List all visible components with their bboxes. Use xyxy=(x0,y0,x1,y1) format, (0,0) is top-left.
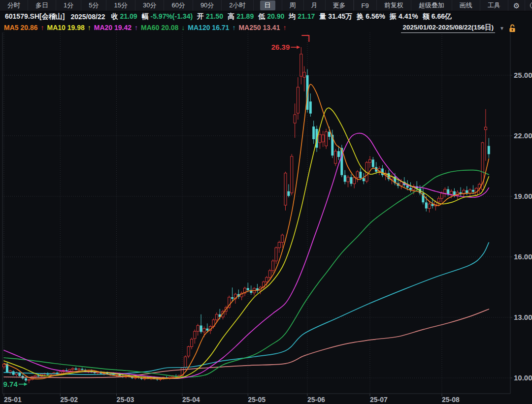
toolbar-button-label: 工具 xyxy=(487,0,501,10)
ma-trend-arrow: ↑ xyxy=(232,24,235,31)
quote-field: 换6.56% xyxy=(357,12,385,21)
toolbar-button[interactable]: 超级叠加 xyxy=(411,0,452,11)
toolbar-button-label: 前复权 xyxy=(383,0,404,10)
quote-field-value: 31.45万 xyxy=(328,12,352,21)
tab-label: 2小时 xyxy=(228,0,246,10)
quote-fields: 收21.09幅-5.97%(-1.34)开21.50高21.89低20.90均2… xyxy=(111,12,456,21)
tab-period[interactable]: 更多 xyxy=(326,0,354,11)
tab-label: 月 xyxy=(310,0,319,10)
tab-label: 分时 xyxy=(6,0,21,10)
quote-field-value: -5.97%(-1.34) xyxy=(151,12,193,21)
toolbar-button-label: 画线 xyxy=(459,0,473,10)
tab-label: 60分 xyxy=(170,0,186,10)
ma-trend-arrow: ↑ xyxy=(88,24,91,31)
quote-field-label: 换 xyxy=(357,12,364,21)
date-range-control: 2025/01/02-2025/08/22(156日) ▼ xyxy=(401,23,516,33)
tab-period[interactable]: 分时 xyxy=(0,0,28,11)
quote-field: 量31.45万 xyxy=(319,12,352,21)
date-range-text[interactable]: 2025/01/02-2025/08/22(156日) xyxy=(401,23,495,33)
ma-trend-arrow: ↓ xyxy=(181,24,185,31)
quote-field-label: 幅 xyxy=(142,12,149,21)
svg-text:25-02: 25-02 xyxy=(60,396,78,404)
ma-trend-arrow: ↑ xyxy=(283,24,286,31)
quote-field-label: 量 xyxy=(319,12,326,21)
quote-field-value: 4.41% xyxy=(399,12,418,21)
toolbar-button-label: F9 xyxy=(361,1,370,10)
svg-text:10.00: 10.00 xyxy=(514,373,532,382)
symbol-name: 601579.SH[会稽山] xyxy=(5,12,65,21)
quote-field: 幅-5.97%(-1.34) xyxy=(142,12,193,21)
toolbar-button[interactable]: 工具 xyxy=(480,0,508,11)
help-icon: ? xyxy=(530,2,532,9)
trading-app-window: { "tabbar": { "tabs": [ {"label":"分时","a… xyxy=(0,0,532,404)
tab-label: 90分 xyxy=(200,0,215,10)
svg-text:25-03: 25-03 xyxy=(117,396,134,404)
quote-field-value: 21.17 xyxy=(298,12,315,21)
quote-field-value: 21.09 xyxy=(120,12,137,21)
period-tabs: 分时多日1分5分15分30分60分90分2小时日周月更多 xyxy=(0,0,354,11)
svg-text:25-05: 25-05 xyxy=(248,396,266,404)
tab-period[interactable]: 月 xyxy=(304,0,326,11)
toolbar-button-label: 超级叠加 xyxy=(418,0,445,10)
tab-period[interactable]: 30分 xyxy=(135,0,164,11)
quote-field-value: 6.66亿 xyxy=(432,12,452,21)
quote-field-label: 低 xyxy=(258,12,265,21)
svg-text:25.00: 25.00 xyxy=(514,71,532,79)
tab-label: 日 xyxy=(260,0,275,10)
quote-field: 高21.89 xyxy=(228,12,254,21)
svg-text:25-06: 25-06 xyxy=(307,396,325,404)
quote-infobar: 601579.SH[会稽山] 2025/08/22 收21.09幅-5.97%(… xyxy=(0,11,532,22)
gear-icon: ⚙ xyxy=(513,2,520,9)
quote-field-value: 6.56% xyxy=(366,12,385,21)
tab-period[interactable]: 5分 xyxy=(81,0,106,11)
ma-items: MA5 20.86↑MA10 19.98↑MA20 19.42↑MA60 20.… xyxy=(4,24,289,31)
quote-field: 额6.66亿 xyxy=(423,12,452,21)
svg-text:25-04: 25-04 xyxy=(182,396,200,404)
quote-field-label: 额 xyxy=(423,12,430,21)
tab-period[interactable]: 90分 xyxy=(193,0,222,11)
svg-text:13.00: 13.00 xyxy=(514,313,532,321)
tab-period[interactable]: 60分 xyxy=(164,0,193,11)
quote-field-label: 收 xyxy=(111,12,118,21)
tab-label: 5分 xyxy=(88,0,100,10)
quote-field-label: 高 xyxy=(228,12,234,21)
tab-label: 周 xyxy=(289,0,297,10)
toolbar-button[interactable]: F9 xyxy=(354,0,377,11)
quote-field-value: 21.50 xyxy=(206,12,223,21)
ma-trend-arrow: ↑ xyxy=(40,24,44,31)
tab-period[interactable]: 1分 xyxy=(56,0,81,11)
tab-label: 多日 xyxy=(34,0,49,10)
svg-text:25-01: 25-01 xyxy=(4,396,22,404)
tab-period[interactable]: 多日 xyxy=(28,0,56,11)
quote-field-label: 均 xyxy=(289,12,296,21)
ma-legend-item: MA20 19.42 xyxy=(94,24,132,31)
tab-period[interactable]: 周 xyxy=(282,0,304,11)
ma-legend-item: MA120 16.71 xyxy=(188,24,229,31)
tab-period[interactable]: 日 xyxy=(254,0,282,11)
toolbar-button[interactable]: 前复权 xyxy=(377,0,411,11)
svg-text:19.00: 19.00 xyxy=(514,192,532,200)
quote-field-value: 20.90 xyxy=(267,12,284,21)
quote-field-label: 开 xyxy=(197,12,204,21)
ma-legend-item: MA5 20.86 xyxy=(4,24,37,31)
tab-label: 更多 xyxy=(332,0,347,10)
chevron-down-icon[interactable]: ▼ xyxy=(499,26,504,31)
quote-field-label: 振 xyxy=(390,12,397,21)
candlestick-chart[interactable]: 25-0125-0225-0325-0425-0525-0625-0725-08… xyxy=(0,0,532,404)
svg-text:26.39: 26.39 xyxy=(271,43,290,51)
svg-text:16.00: 16.00 xyxy=(514,252,532,261)
ma-trend-arrow: ↑ xyxy=(134,24,138,31)
tab-period[interactable]: 2小时 xyxy=(222,0,253,11)
tab-label: 30分 xyxy=(142,0,157,10)
quote-field: 振4.41% xyxy=(390,12,418,21)
svg-text:25-08: 25-08 xyxy=(442,396,460,404)
tab-period[interactable]: 15分 xyxy=(106,0,135,11)
unlock-icon[interactable] xyxy=(509,24,516,32)
period-tabbar: 分时多日1分5分15分30分60分90分2小时日周月更多 F9前复权超级叠加画线… xyxy=(0,0,532,11)
quote-field: 低20.90 xyxy=(258,12,284,21)
ma-legend-item: MA250 13.41 xyxy=(238,24,280,31)
toolbar-button[interactable]: 画线 xyxy=(452,0,480,11)
help-button[interactable]: ? xyxy=(525,0,532,11)
settings-button[interactable]: ⚙ xyxy=(508,0,525,11)
svg-text:25-07: 25-07 xyxy=(370,396,388,404)
